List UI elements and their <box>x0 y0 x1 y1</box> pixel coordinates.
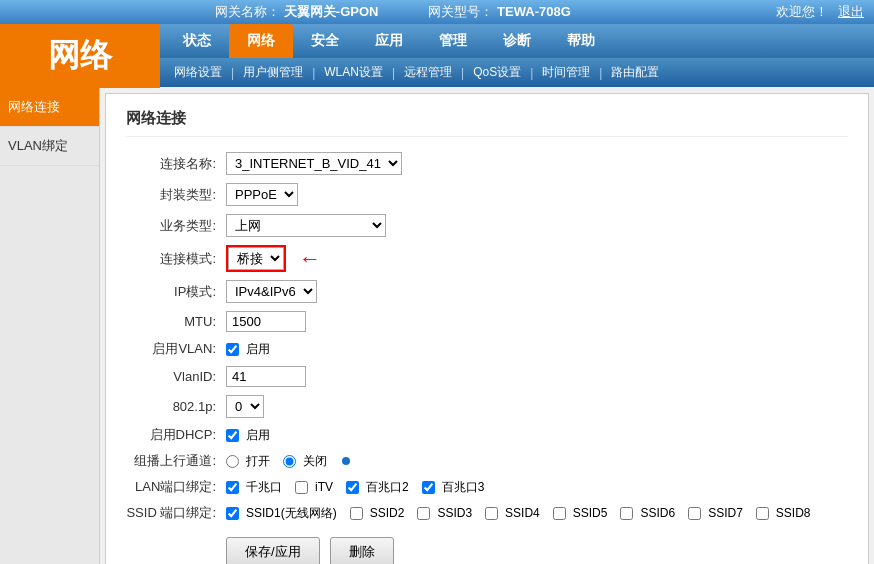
nav-network[interactable]: 网络 <box>229 24 293 58</box>
lan-itv-checkbox[interactable] <box>295 481 308 494</box>
save-button[interactable]: 保存/应用 <box>226 537 320 564</box>
service-type-select[interactable]: 上网 <box>226 214 386 237</box>
page-title: 网络连接 <box>126 109 848 137</box>
service-type-label: 业务类型: <box>126 217 226 235</box>
enable-vlan-text: 启用 <box>246 341 270 358</box>
enable-dhcp-row: 启用DHCP: 启用 <box>126 426 848 444</box>
enable-vlan-row: 启用VLAN: 启用 <box>126 340 848 358</box>
ssid1-label: SSID1(无线网络) <box>246 505 337 522</box>
ssid1-checkbox[interactable] <box>226 507 239 520</box>
nav-help[interactable]: 帮助 <box>549 24 613 58</box>
enable-vlan-checkbox[interactable] <box>226 343 239 356</box>
lan-100m3-label: 百兆口3 <box>442 479 485 496</box>
ssid6-label: SSID6 <box>640 506 675 520</box>
welcome-text: 欢迎您！ <box>776 3 828 21</box>
ip-mode-row: IP模式: IPv4&IPv6 <box>126 280 848 303</box>
multicast-label: 组播上行通道: <box>126 452 226 470</box>
logo-text: 网络 <box>48 34 112 78</box>
lan-100m2-checkbox[interactable] <box>346 481 359 494</box>
gateway-name-label: 网关名称： 天翼网关-GPON <box>215 3 378 21</box>
sidebar-network-connection[interactable]: 网络连接 <box>0 88 99 127</box>
subnav-remote[interactable]: 远程管理 <box>400 62 456 83</box>
lan-bind-row: LAN端口绑定: 千兆口 iTV 百兆口2 百兆口3 <box>126 478 848 496</box>
enable-dhcp-text: 启用 <box>246 427 270 444</box>
ssid4-label: SSID4 <box>505 506 540 520</box>
vlan-id-input[interactable] <box>226 366 306 387</box>
subnav-time[interactable]: 时间管理 <box>538 62 594 83</box>
ssid-bind-label: SSID 端口绑定: <box>126 504 226 522</box>
nav-diagnose[interactable]: 诊断 <box>485 24 549 58</box>
ssid3-label: SSID3 <box>437 506 472 520</box>
connection-mode-label: 连接模式: <box>126 250 226 268</box>
nav-status[interactable]: 状态 <box>165 24 229 58</box>
ssid7-label: SSID7 <box>708 506 743 520</box>
subnav-network-settings[interactable]: 网络设置 <box>170 62 226 83</box>
multicast-on-text: 打开 <box>246 453 270 470</box>
vlan-id-label: VlanID: <box>126 369 226 384</box>
sub-nav: 网络设置 | 用户侧管理 | WLAN设置 | 远程管理 | QoS设置 | 时… <box>160 58 874 87</box>
sidebar: 网络连接 VLAN绑定 <box>0 88 100 564</box>
logo-area: 网络 <box>0 24 160 88</box>
vlan-id-row: VlanID: <box>126 366 848 387</box>
multicast-row: 组播上行通道: 打开 关闭 <box>126 452 848 470</box>
ssid2-label: SSID2 <box>370 506 405 520</box>
main-nav: 状态 网络 安全 应用 管理 诊断 帮助 <box>160 24 874 58</box>
ssid5-checkbox[interactable] <box>553 507 566 520</box>
subnav-user-manage[interactable]: 用户侧管理 <box>239 62 307 83</box>
subnav-qos[interactable]: QoS设置 <box>469 62 525 83</box>
connection-name-select[interactable]: 3_INTERNET_B_VID_41 <box>226 152 402 175</box>
multicast-on-radio[interactable] <box>226 455 239 468</box>
enable-vlan-label: 启用VLAN: <box>126 340 226 358</box>
multicast-off-radio[interactable] <box>283 455 296 468</box>
connection-name-row: 连接名称: 3_INTERNET_B_VID_41 <box>126 152 848 175</box>
lan-100m3-checkbox[interactable] <box>422 481 435 494</box>
logout-link[interactable]: 退出 <box>838 3 864 21</box>
dot1p-row: 802.1p: 0 <box>126 395 848 418</box>
encap-type-row: 封装类型: PPPoE <box>126 183 848 206</box>
nav-manage[interactable]: 管理 <box>421 24 485 58</box>
connection-mode-select[interactable]: 桥接 <box>228 247 284 270</box>
sidebar-vlan-binding[interactable]: VLAN绑定 <box>0 127 99 166</box>
connection-mode-row: 连接模式: 桥接 ← <box>126 245 848 272</box>
nav-app[interactable]: 应用 <box>357 24 421 58</box>
delete-button[interactable]: 删除 <box>330 537 394 564</box>
ssid5-label: SSID5 <box>573 506 608 520</box>
enable-dhcp-checkbox[interactable] <box>226 429 239 442</box>
lan-gigabit-checkbox[interactable] <box>226 481 239 494</box>
ssid2-checkbox[interactable] <box>350 507 363 520</box>
subnav-wlan[interactable]: WLAN设置 <box>320 62 387 83</box>
mtu-input[interactable] <box>226 311 306 332</box>
main-content: 网络连接 连接名称: 3_INTERNET_B_VID_41 封装类型: PPP… <box>105 93 869 564</box>
enable-dhcp-label: 启用DHCP: <box>126 426 226 444</box>
connection-name-label: 连接名称: <box>126 155 226 173</box>
lan-bind-label: LAN端口绑定: <box>126 478 226 496</box>
ssid8-label: SSID8 <box>776 506 811 520</box>
encap-type-label: 封装类型: <box>126 186 226 204</box>
encap-type-select[interactable]: PPPoE <box>226 183 298 206</box>
multicast-off-text: 关闭 <box>303 453 327 470</box>
dot1p-select[interactable]: 0 <box>226 395 264 418</box>
gateway-type-label: 网关型号： TEWA-708G <box>428 3 570 21</box>
lan-itv-label: iTV <box>315 480 333 494</box>
ssid-bind-row: SSID 端口绑定: SSID1(无线网络) SSID2 SSID3 SSID4… <box>126 504 848 522</box>
nav-security[interactable]: 安全 <box>293 24 357 58</box>
ip-mode-label: IP模式: <box>126 283 226 301</box>
ssid3-checkbox[interactable] <box>417 507 430 520</box>
ssid6-checkbox[interactable] <box>620 507 633 520</box>
mtu-row: MTU: <box>126 311 848 332</box>
ssid4-checkbox[interactable] <box>485 507 498 520</box>
gateway-name: 天翼网关-GPON <box>284 4 379 19</box>
ip-mode-select[interactable]: IPv4&IPv6 <box>226 280 317 303</box>
lan-gigabit-label: 千兆口 <box>246 479 282 496</box>
subnav-route[interactable]: 路由配置 <box>607 62 663 83</box>
lan-100m2-label: 百兆口2 <box>366 479 409 496</box>
button-row: 保存/应用 删除 <box>126 537 848 564</box>
gateway-type: TEWA-708G <box>497 4 571 19</box>
mtu-label: MTU: <box>126 314 226 329</box>
dot1p-label: 802.1p: <box>126 399 226 414</box>
ssid7-checkbox[interactable] <box>688 507 701 520</box>
service-type-row: 业务类型: 上网 <box>126 214 848 237</box>
ssid8-checkbox[interactable] <box>756 507 769 520</box>
